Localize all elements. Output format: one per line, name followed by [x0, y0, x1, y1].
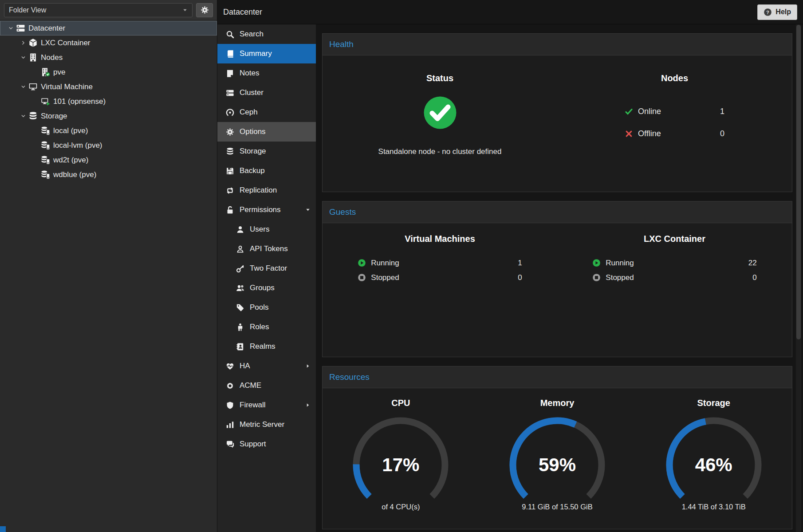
tree-item-wdblue-pve[interactable]: wdblue (pve)	[0, 167, 217, 182]
tree-item-wd2t-pve[interactable]: wd2t (pve)	[0, 153, 217, 167]
caret-right-icon	[305, 363, 311, 369]
memory-gauge-value: 59%	[504, 454, 610, 476]
online-label: Online	[638, 107, 661, 116]
storage-gauge-title: Storage	[635, 398, 792, 408]
nav-item-firewall[interactable]: Firewall	[217, 395, 316, 415]
retweet-icon	[226, 186, 234, 195]
lxc-running-label: Running	[606, 259, 634, 268]
guests-panel-body: Virtual Machines Running 1 Stopped	[323, 223, 792, 285]
nav-item-backup[interactable]: Backup	[217, 161, 316, 181]
tree-item-local-lvm-pve[interactable]: local-lvm (pve)	[0, 138, 217, 153]
nodes-heading: Nodes	[557, 73, 792, 83]
nav-item-permissions[interactable]: Permissions	[217, 200, 316, 220]
tree-item-datacenter[interactable]: Datacenter	[0, 21, 217, 35]
lxc-stopped-label: Stopped	[606, 273, 634, 282]
storage-disk-icon	[41, 155, 50, 165]
tree-item-label: LXC Container	[41, 39, 91, 47]
address-book-icon	[236, 343, 244, 351]
guests-panel: Guests Virtual Machines Running 1	[322, 201, 792, 357]
chevron-right-icon[interactable]	[18, 40, 28, 46]
svg-text:?: ?	[766, 9, 769, 15]
nav-item-acme[interactable]: ACME	[217, 376, 316, 395]
chevron-down-icon[interactable]	[18, 113, 28, 119]
server-icon	[226, 89, 234, 97]
certificate-icon	[226, 382, 234, 390]
nodes-status-table: Online 1 Offline 0	[625, 100, 724, 145]
chevron-down-icon[interactable]	[18, 84, 28, 90]
nav-item-label: Search	[240, 30, 264, 39]
nav-item-label: Support	[240, 440, 266, 449]
tree-item-label: local-lvm (pve)	[53, 141, 102, 150]
nav-item-ha[interactable]: HA	[217, 356, 316, 376]
tree-item-101-opnsense[interactable]: 101 (opnsense)	[0, 94, 217, 109]
tree-item-label: pve	[53, 68, 65, 77]
health-panel-body: Status Standalone node - no cluster defi…	[323, 55, 792, 156]
nav-item-api-tokens[interactable]: API Tokens	[217, 239, 316, 259]
memory-gauge-title: Memory	[479, 398, 636, 408]
book-icon	[226, 50, 234, 58]
stop-circle-icon	[358, 273, 366, 282]
tree-item-local-pve[interactable]: local (pve)	[0, 123, 217, 138]
node-online-icon	[41, 67, 50, 77]
storage-disk-icon	[41, 170, 50, 179]
resources-panel-title: Resources	[329, 372, 370, 382]
tags-icon	[236, 303, 244, 312]
nav-item-replication[interactable]: Replication	[217, 181, 316, 200]
tree-item-lxc-container[interactable]: LXC Container	[0, 35, 217, 50]
lxc-container-column: LXC Container Running 22 Stopped	[557, 223, 792, 285]
nav-item-storage[interactable]: Storage	[217, 142, 316, 161]
check-icon	[625, 107, 633, 116]
nav-item-support[interactable]: Support	[217, 434, 316, 454]
guests-panel-title: Guests	[329, 207, 356, 217]
nav-item-realms[interactable]: Realms	[217, 337, 316, 356]
stop-circle-icon	[592, 273, 601, 282]
health-panel-title: Health	[329, 39, 354, 49]
chevron-down-icon[interactable]	[5, 25, 16, 32]
page-title: Datacenter	[223, 8, 262, 17]
nav-item-two-factor[interactable]: Two Factor	[217, 259, 316, 278]
caret-down-icon	[182, 8, 188, 13]
nav-item-ceph[interactable]: Ceph	[217, 102, 316, 122]
tree-item-storage[interactable]: Storage	[0, 109, 217, 123]
view-mode-select[interactable]: Folder View	[4, 3, 193, 17]
tree-item-label: local (pve)	[53, 126, 88, 135]
gear-icon	[226, 128, 234, 136]
memory-gauge: Memory 59% 9.11 GiB of 15.50 GiB	[479, 388, 636, 512]
vm-stopped-row: Stopped 0	[358, 270, 522, 285]
nav-item-label: Storage	[240, 147, 266, 156]
question-circle-icon: ?	[764, 8, 772, 16]
nav-item-cluster[interactable]: Cluster	[217, 83, 316, 102]
play-circle-icon	[592, 259, 601, 267]
content-body: SearchSummaryNotesClusterCephOptionsStor…	[217, 24, 803, 532]
tree-item-virtual-machine[interactable]: Virtual Machine	[0, 79, 217, 94]
tree-item-label: 101 (opnsense)	[53, 97, 106, 106]
server-icon	[16, 24, 25, 33]
nav-item-search[interactable]: Search	[217, 24, 316, 44]
nav-item-metric-server[interactable]: Metric Server	[217, 415, 316, 434]
help-button[interactable]: ? Help	[757, 4, 797, 20]
vertical-scrollbar[interactable]	[796, 24, 801, 532]
expander-spacer	[30, 157, 41, 163]
online-count: 1	[720, 107, 724, 116]
scrollbar-thumb[interactable]	[796, 25, 801, 339]
status-heading: Status	[323, 73, 557, 83]
chevron-down-icon[interactable]	[18, 55, 28, 61]
ceph-icon	[226, 108, 234, 117]
nav-item-notes[interactable]: Notes	[217, 63, 316, 83]
lxc-running-count: 22	[748, 259, 757, 268]
nav-item-options[interactable]: Options	[217, 122, 316, 142]
tree-item-nodes[interactable]: Nodes	[0, 50, 217, 65]
nav-item-users[interactable]: Users	[217, 220, 316, 239]
nav-item-groups[interactable]: Groups	[217, 278, 316, 298]
nav-item-summary[interactable]: Summary	[217, 44, 316, 63]
memory-gauge-subtitle: 9.11 GiB of 15.50 GiB	[504, 503, 610, 511]
nav-item-pools[interactable]: Pools	[217, 298, 316, 317]
storage-gauge-subtitle: 1.44 TiB of 3.10 TiB	[661, 503, 767, 511]
unlock-icon	[226, 206, 234, 214]
tree-item-pve[interactable]: pve	[0, 65, 217, 79]
nav-item-label: Options	[240, 127, 266, 136]
nav-item-roles[interactable]: Roles	[217, 317, 316, 337]
users-icon	[236, 284, 244, 292]
resources-panel-body: CPU 17% of 4 CPU(s) Memor	[323, 388, 792, 512]
tree-settings-button[interactable]	[196, 3, 213, 17]
